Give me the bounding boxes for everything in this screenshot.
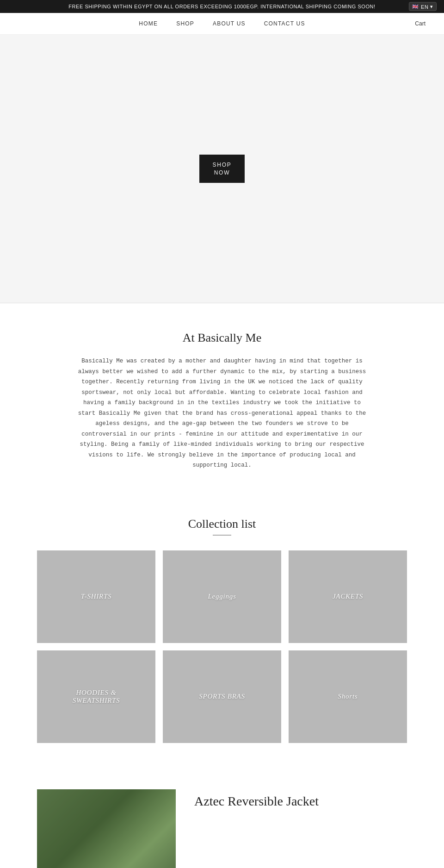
cart-icon[interactable]: Cart	[415, 20, 426, 27]
about-section: At Basically Me Basically Me was created…	[0, 303, 444, 499]
about-title: At Basically Me	[74, 331, 370, 345]
collection-label-jackets: JACKETS	[329, 589, 367, 604]
language-selector[interactable]: 🇬🇧 EN ▾	[409, 2, 437, 11]
featured-product-section: Aztec Reversible Jacket	[0, 771, 444, 868]
announcement-text: FREE SHIPPING WITHIN EGYPT ON ALL ORDERS…	[68, 4, 375, 9]
collection-title: Collection list	[37, 517, 407, 531]
lang-label: EN	[421, 4, 428, 9]
collection-item-tshirts[interactable]: T-SHIRTS	[37, 550, 155, 643]
announcement-bar: FREE SHIPPING WITHIN EGYPT ON ALL ORDERS…	[0, 0, 444, 13]
shop-now-line2: NOW	[214, 169, 230, 176]
chevron-down-icon: ▾	[430, 4, 433, 10]
collection-label-tshirts: T-SHIRTS	[77, 589, 116, 604]
shop-now-line1: SHOP	[212, 162, 231, 168]
collection-label-shorts: Shorts	[334, 689, 362, 704]
collection-label-hoodies: HOODIES &SWEATSHIRTS	[69, 685, 124, 708]
about-text: Basically Me was created by a mother and…	[74, 356, 370, 471]
nav-item-about[interactable]: About Us	[213, 20, 246, 27]
image-overlay	[37, 789, 176, 868]
collection-item-shorts[interactable]: Shorts	[289, 650, 407, 743]
featured-product-image	[37, 789, 176, 868]
collection-item-hoodies[interactable]: HOODIES &SWEATSHIRTS	[37, 650, 155, 743]
flag-icon: 🇬🇧	[412, 4, 419, 10]
featured-product-content: Aztec Reversible Jacket	[194, 789, 319, 810]
featured-product-title: Aztec Reversible Jacket	[194, 793, 319, 810]
collection-item-jackets[interactable]: JACKETS	[289, 550, 407, 643]
collection-label-leggings: Leggings	[204, 589, 240, 604]
collection-item-sports-bras[interactable]: SPORTS BRAS	[163, 650, 281, 743]
collection-label-sports-bras: SPORTS BRAS	[195, 689, 249, 704]
collection-section: Collection list T-SHIRTS Leggings JACKET…	[0, 499, 444, 771]
collection-item-leggings[interactable]: Leggings	[163, 550, 281, 643]
hero-section: SHOP NOW	[0, 35, 444, 303]
nav-item-contact[interactable]: Contact Us	[264, 20, 305, 27]
collection-divider	[213, 535, 231, 536]
collection-grid: T-SHIRTS Leggings JACKETS HOODIES &SWEAT…	[37, 550, 407, 743]
shop-now-button[interactable]: SHOP NOW	[199, 155, 244, 183]
nav-item-shop[interactable]: Shop	[176, 20, 194, 27]
navigation: Home Shop About Us Contact Us Cart	[0, 13, 444, 35]
nav-item-home[interactable]: Home	[139, 20, 158, 27]
